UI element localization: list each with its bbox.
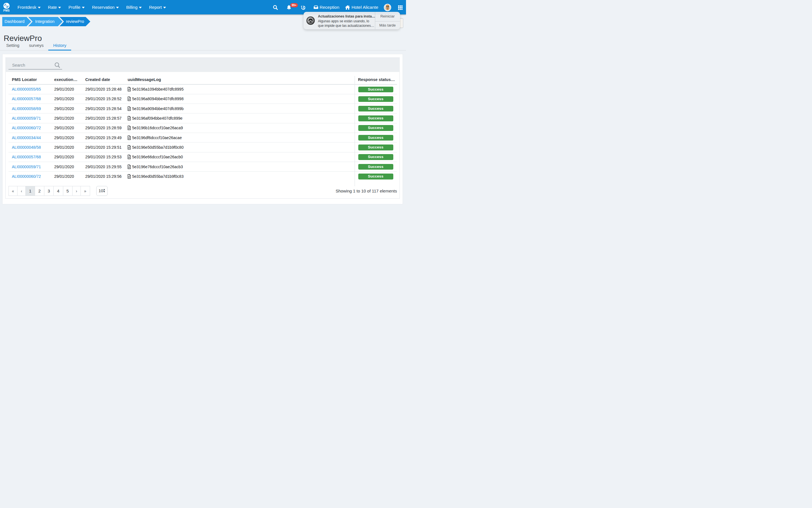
svg-text:u: u	[6, 4, 7, 7]
